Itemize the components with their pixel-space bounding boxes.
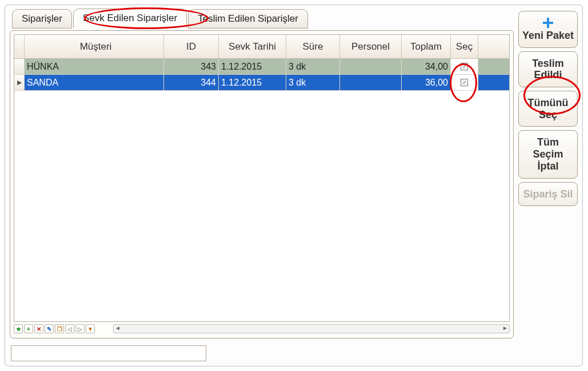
footer-add-icon[interactable]: + bbox=[24, 324, 33, 333]
footer-edit-icon[interactable]: ✎ bbox=[45, 324, 54, 333]
header-id[interactable]: ID bbox=[164, 35, 219, 58]
cell-id: 343 bbox=[164, 59, 219, 74]
tum-secim-iptal-button[interactable]: Tüm Seçim İptal bbox=[518, 130, 578, 178]
grid-body: HÜNKA3431.12.20153 dk34,00✓▶SANDA3441.12… bbox=[14, 59, 509, 91]
yeni-paket-label: Yeni Paket bbox=[522, 30, 574, 41]
cell-personel bbox=[340, 59, 402, 74]
table-row[interactable]: ▶SANDA3441.12.20153 dk36,00✓ bbox=[14, 75, 509, 91]
row-indicator bbox=[14, 59, 25, 74]
cell-personel bbox=[340, 75, 402, 90]
footer-next-icon[interactable]: ▷ bbox=[75, 324, 85, 333]
tab-teslim-edilen[interactable]: Teslim Edilen Siparişler bbox=[188, 9, 308, 29]
teslim-edildi-label: Teslim Edildi bbox=[532, 58, 564, 81]
grid-footer-toolbar: ★ + ✕ ✎ ❐ ◁ ▷ ▼ bbox=[14, 323, 510, 334]
header-toplam[interactable]: Toplam bbox=[402, 35, 451, 58]
siparis-sil-label: Sipariş Sil bbox=[523, 188, 573, 200]
action-button-column: Yeni Paket Teslim Edildi Tümünü Seç Tüm … bbox=[518, 11, 578, 206]
grid-panel: Müşteri ID Sevk Tarihi Süre Personel Top… bbox=[10, 30, 514, 338]
row-checkbox[interactable]: ✓ bbox=[461, 63, 468, 70]
footer-filter-icon[interactable]: ▼ bbox=[86, 324, 95, 333]
cell-id: 344 bbox=[164, 75, 219, 90]
table-row[interactable]: HÜNKA3431.12.20153 dk34,00✓ bbox=[14, 59, 509, 75]
tum-secim-iptal-label: Tüm Seçim İptal bbox=[533, 136, 563, 171]
header-sure[interactable]: Süre bbox=[286, 35, 340, 58]
cell-sec: ✓ bbox=[451, 59, 478, 74]
footer-prev-icon[interactable]: ◁ bbox=[65, 324, 74, 333]
cell-musteri: SANDA bbox=[25, 75, 164, 90]
header-musteri[interactable]: Müşteri bbox=[25, 35, 164, 58]
header-sec[interactable]: Seç bbox=[451, 35, 478, 58]
cell-sure: 3 dk bbox=[286, 59, 340, 74]
cell-musteri: HÜNKA bbox=[25, 59, 164, 74]
row-indicator: ▶ bbox=[14, 75, 25, 90]
cell-sevk-tarihi: 1.12.2015 bbox=[219, 59, 286, 74]
header-personel[interactable]: Personel bbox=[340, 35, 402, 58]
header-sevk-tarihi[interactable]: Sevk Tarihi bbox=[219, 35, 286, 58]
data-grid: Müşteri ID Sevk Tarihi Süre Personel Top… bbox=[14, 34, 510, 322]
tab-bar: Siparişler Sevk Edilen Siparişler Teslim… bbox=[12, 9, 579, 28]
siparis-sil-button[interactable]: Sipariş Sil bbox=[518, 182, 578, 207]
grid-header-row: Müşteri ID Sevk Tarihi Süre Personel Top… bbox=[14, 35, 509, 59]
search-input[interactable] bbox=[11, 345, 206, 361]
footer-copy-icon[interactable]: ❐ bbox=[55, 324, 64, 333]
teslim-edildi-button[interactable]: Teslim Edildi bbox=[518, 51, 578, 87]
tumunu-sec-button[interactable]: Tümünü Seç bbox=[518, 91, 578, 127]
window-frame: Siparişler Sevk Edilen Siparişler Teslim… bbox=[5, 5, 583, 366]
tab-sevk-edilen[interactable]: Sevk Edilen Siparişler bbox=[73, 9, 187, 28]
horizontal-scrollbar[interactable] bbox=[113, 324, 510, 333]
cell-sure: 3 dk bbox=[286, 75, 340, 90]
cell-toplam: 36,00 bbox=[402, 75, 451, 90]
tumunu-sec-label: Tümünü Seç bbox=[528, 97, 569, 120]
cell-toplam: 34,00 bbox=[402, 59, 451, 74]
footer-refresh-icon[interactable]: ★ bbox=[14, 324, 23, 333]
header-indicator bbox=[14, 35, 25, 58]
tab-siparisler[interactable]: Siparişler bbox=[12, 9, 72, 29]
cell-sec: ✓ bbox=[451, 75, 478, 90]
cell-sevk-tarihi: 1.12.2015 bbox=[219, 75, 286, 90]
row-checkbox[interactable]: ✓ bbox=[461, 79, 468, 86]
footer-delete-icon[interactable]: ✕ bbox=[34, 324, 43, 333]
